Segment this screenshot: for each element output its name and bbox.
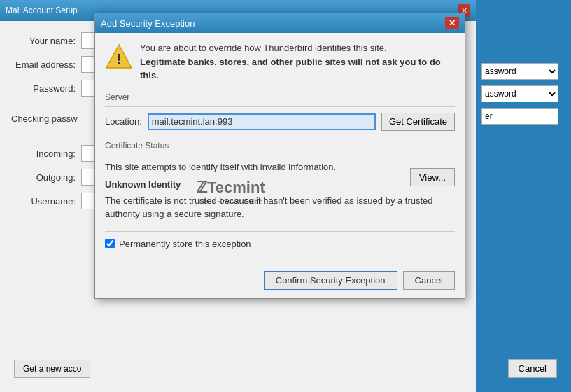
warning-banner: ! You are about to override how Thunderb… [105, 41, 455, 83]
cert-status-text: This site attempts to identify itself wi… [105, 161, 336, 174]
permanently-store-checkbox[interactable] [105, 239, 115, 248]
cert-description: The certificate is not trusted because i… [105, 194, 455, 221]
email-label: Email address: [11, 59, 81, 70]
get-new-account-button[interactable]: Get a new acco [14, 360, 90, 378]
security-exception-dialog: Add Security Exception ✕ ! You are about… [94, 13, 465, 299]
server-divider [105, 106, 455, 107]
warning-icon: ! [105, 43, 133, 71]
dialog-footer: Confirm Security Exception Cancel [95, 265, 465, 298]
location-row: Location: Get Certificate [105, 113, 455, 131]
checking-text: Checking passw [11, 113, 78, 124]
dialog-cancel-button[interactable]: Cancel [403, 271, 455, 290]
right-panel-content: assword assword [476, 0, 571, 130]
dialog-body: ! You are about to override how Thunderb… [95, 33, 465, 265]
location-input[interactable] [148, 113, 376, 130]
incoming-label: Incoming: [11, 148, 81, 159]
permanently-store-label: Permanently store this exception [119, 239, 251, 249]
location-label: Location: [105, 116, 142, 127]
password-label: Password: [11, 83, 81, 94]
view-button[interactable]: View... [410, 168, 455, 186]
right-select-2[interactable]: assword [481, 85, 558, 102]
cert-status-texts: This site attempts to identify itself wi… [105, 161, 336, 194]
cert-status-row: This site attempts to identify itself wi… [105, 161, 455, 194]
permanently-store-row: Permanently store this exception [105, 231, 455, 256]
dialog-title: Add Security Exception [101, 18, 445, 29]
username-label: Username: [11, 196, 81, 206]
cert-status-section: Certificate Status This site attempts to… [105, 141, 455, 221]
your-name-label: Your name: [11, 36, 81, 46]
svg-text:!: ! [117, 51, 122, 66]
dialog-titlebar: Add Security Exception ✕ [95, 13, 465, 33]
right-text-input[interactable] [481, 108, 558, 125]
right-select-1[interactable]: assword [481, 63, 558, 80]
dialog-close-button[interactable]: ✕ [445, 17, 459, 29]
unknown-identity-label: Unknown Identity [105, 179, 336, 190]
get-certificate-button[interactable]: Get Certificate [381, 113, 455, 131]
confirm-security-exception-button[interactable]: Confirm Security Exception [264, 271, 397, 290]
outgoing-label: Outgoing: [11, 172, 81, 183]
warning-line1: You are about to override how Thunderbir… [140, 43, 387, 53]
cert-status-section-label: Certificate Status [105, 141, 455, 150]
warning-text: You are about to override how Thunderbir… [140, 41, 455, 83]
cert-status-divider [105, 155, 455, 155]
server-section-label: Server [105, 92, 455, 102]
right-panel: assword assword Cancel [476, 0, 571, 392]
right-cancel-button[interactable]: Cancel [508, 359, 557, 378]
warning-line2: Legitimate banks, stores, and other publ… [140, 57, 441, 81]
